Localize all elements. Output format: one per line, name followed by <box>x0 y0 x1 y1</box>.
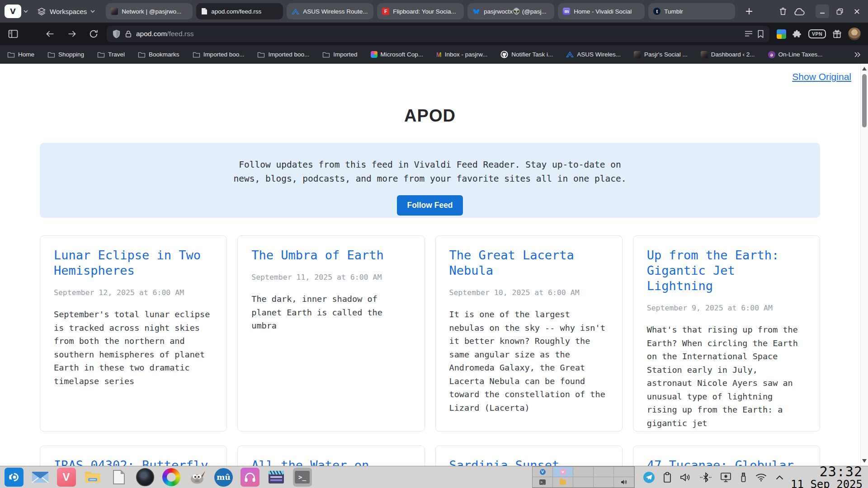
feed-card-title[interactable]: 47 Tucanae: Globular <box>647 458 806 466</box>
taskbar-apps: Vmû>_ <box>4 467 312 488</box>
bookmark-pasjr-s-social[interactable]: Pasjr's Social ... <box>634 51 688 58</box>
bookmark-shopping[interactable]: Shopping <box>47 51 84 58</box>
pager-cell-r1c5[interactable] <box>614 467 634 477</box>
feed-card-body: It is one of the largest nebulas on the … <box>449 308 609 414</box>
vpn-badge[interactable]: VPN <box>808 29 826 38</box>
mail-app-icon[interactable] <box>30 467 50 488</box>
restore-button[interactable] <box>833 5 846 18</box>
scroll-up-arrow[interactable] <box>862 67 867 70</box>
pager-cell-r1c2[interactable]: v <box>553 467 573 477</box>
pager-cell-r2c4[interactable] <box>594 477 614 488</box>
scrollbar-thumb[interactable] <box>862 74 867 127</box>
music-player-icon[interactable] <box>240 467 260 488</box>
trash-icon[interactable] <box>775 3 791 19</box>
extensions-puzzle-icon[interactable] <box>792 29 802 39</box>
reload-icon[interactable] <box>86 26 101 42</box>
bookmark-imported-boo[interactable]: Imported boo... <box>257 51 309 58</box>
pager-cell-r1c4[interactable] <box>594 467 614 477</box>
scroll-down-arrow[interactable] <box>862 459 867 463</box>
software-center-icon[interactable] <box>4 467 24 488</box>
volume-tray-icon[interactable] <box>679 472 692 483</box>
color-wheel-icon[interactable] <box>161 467 181 488</box>
pager-cell-r2c3[interactable] <box>573 477 594 488</box>
musescore-icon[interactable]: mû <box>213 467 234 488</box>
new-tab-button[interactable] <box>741 4 757 19</box>
add-bookmark-icon[interactable] <box>757 30 764 38</box>
display-tray-icon[interactable] <box>720 472 732 483</box>
sync-cloud-icon[interactable] <box>791 3 807 19</box>
bookmark-travel[interactable]: Travel <box>97 51 125 58</box>
back-icon[interactable] <box>42 26 58 42</box>
feed-card-date: September 12, 2025 at 6:00 AM <box>54 288 213 297</box>
workspaces-button[interactable]: Workspaces <box>37 7 95 16</box>
extensions-area: VPN <box>777 28 861 40</box>
panel-toggle-icon[interactable] <box>5 26 21 42</box>
bookmark-microsoft-cop[interactable]: Microsoft Cop... <box>371 51 424 58</box>
feed-card-iras-04302-butterfly: IRAS 04302: Butterfly <box>40 446 227 466</box>
gimp-icon[interactable] <box>187 467 208 488</box>
tab-home-vivaldi-social[interactable]: mHome - Vivaldi Social <box>558 3 645 19</box>
libreoffice-icon[interactable] <box>108 467 129 488</box>
profile-avatar[interactable] <box>848 28 861 40</box>
video-editor-icon[interactable] <box>266 467 286 488</box>
bookmark-imported[interactable]: Imported <box>322 51 357 58</box>
show-original-link[interactable]: Show Original <box>792 71 851 82</box>
shield-icon[interactable] <box>112 29 121 39</box>
pager-cell-r2c5[interactable] <box>614 477 634 488</box>
extension-colorful-icon[interactable] <box>777 29 786 39</box>
bookmark-on-line-taxes[interactable]: əOn-Line Taxes... <box>768 51 823 58</box>
usb-tray-icon[interactable] <box>740 472 747 483</box>
page-scrollbar[interactable] <box>860 64 868 466</box>
media-lens-icon[interactable] <box>135 467 155 488</box>
file-manager-icon[interactable] <box>82 467 103 488</box>
feed-card-title[interactable]: Up from the Earth: Gigantic Jet Lightnin… <box>647 248 806 294</box>
bookmark-label: Imported boo... <box>203 51 245 58</box>
chevron-down-icon[interactable] <box>24 9 28 13</box>
close-button[interactable] <box>850 5 863 18</box>
feed-card-title[interactable]: Lunar Eclipse in Two Hemispheres <box>54 248 213 278</box>
tab-pasjrwoctx-pasj[interactable]: pasjrwoctx👽 (@pasj... <box>467 3 554 19</box>
tab-bar: V Workspaces Network | @pasjrwo...apod.c… <box>0 0 868 23</box>
telegram-tray-icon[interactable] <box>643 471 655 483</box>
tab-apod-com-feed-rss[interactable]: apod.com/feed.rss <box>196 3 283 19</box>
tab-flipboard-your-socia[interactable]: FFlipboard: Your Socia... <box>377 3 464 19</box>
address-toolbar: apod.com/feed.rss VPN <box>0 23 868 45</box>
bookmark-notifier-task-i[interactable]: Notifier Task i... <box>500 51 553 58</box>
tray-expand-icon[interactable] <box>775 474 784 481</box>
minimize-button[interactable] <box>816 5 829 18</box>
bookmark-asus-wireles[interactable]: ASUS Wireles... <box>566 51 621 58</box>
bookmark-home[interactable]: Home <box>7 51 34 58</box>
pager-cell-r1c1[interactable]: V <box>533 467 553 477</box>
reader-view-icon[interactable] <box>744 30 753 38</box>
feed-card-title[interactable]: IRAS 04302: Butterfly <box>54 458 213 466</box>
bookmarks-overflow-button[interactable] <box>854 52 861 58</box>
forward-icon[interactable] <box>64 26 80 42</box>
wifi-tray-icon[interactable] <box>755 473 767 482</box>
follow-feed-button[interactable]: Follow Feed <box>397 195 462 216</box>
feed-card-title[interactable]: The Umbra of Earth <box>251 248 410 263</box>
vivaldi-app-icon[interactable]: V <box>56 467 76 488</box>
feed-card-title[interactable]: Sardinia Sunset <box>449 458 609 466</box>
tab-tumblr[interactable]: tTumblr <box>648 3 735 19</box>
bookmark-inbox-pasjrw[interactable]: MInbox - pasjrw... <box>436 51 487 58</box>
bookmark-bookmarks[interactable]: Bookmarks <box>138 51 179 58</box>
feed-card-title[interactable]: All the Water on <box>251 458 410 466</box>
tab-network-pasjrwo[interactable]: Network | @pasjrwo... <box>106 3 193 19</box>
bookmark-dashboard-2[interactable]: Dashboard ‹ 2... <box>701 51 755 58</box>
address-field[interactable]: apod.com/feed.rss <box>107 26 769 42</box>
pager-cell-r2c2[interactable] <box>553 477 573 488</box>
gift-icon[interactable] <box>832 29 842 39</box>
terminal-icon[interactable]: >_ <box>292 467 312 488</box>
folder-icon <box>47 52 55 58</box>
feed-card-title[interactable]: The Great Lacerta Nebula <box>449 248 609 278</box>
tab-asus-wireless-route[interactable]: ASUS Wireless Route... <box>287 3 373 19</box>
vivaldi-menu-button[interactable]: V <box>5 5 21 18</box>
bookmark-imported-boo[interactable]: Imported boo... <box>193 51 245 58</box>
clipboard-tray-icon[interactable] <box>663 472 672 483</box>
lock-icon[interactable] <box>125 30 132 38</box>
pager-cell-r1c3[interactable] <box>573 467 594 477</box>
pager-cell-r2c1[interactable]: >_ <box>533 477 553 488</box>
bookmark-label: Pasjr's Social ... <box>644 51 688 58</box>
taskbar-clock[interactable]: 23:32 11 Sep 2025 <box>791 465 863 488</box>
bluetooth-tray-icon[interactable] <box>699 472 712 483</box>
